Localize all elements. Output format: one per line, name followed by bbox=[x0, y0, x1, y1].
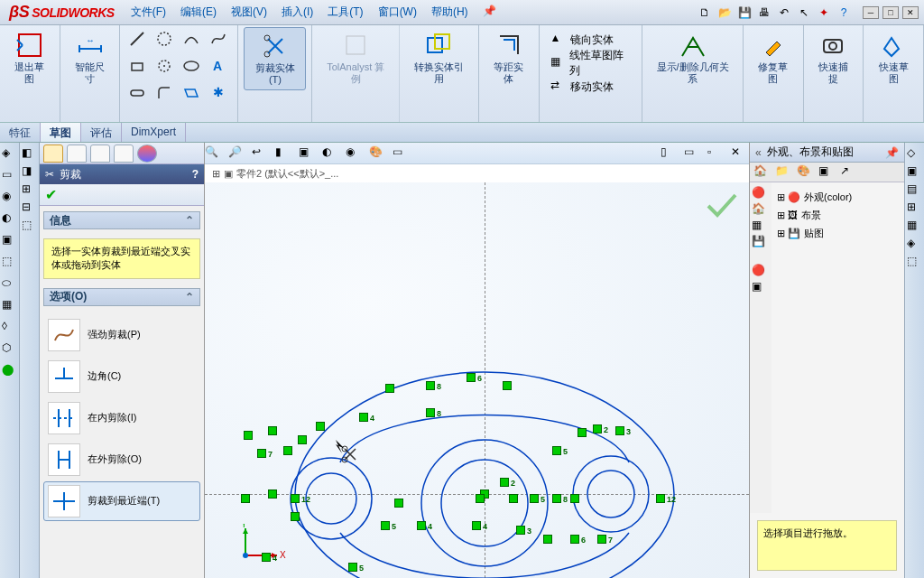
tree-scene[interactable]: ⊞ 🖼 布景 bbox=[777, 206, 899, 224]
lt2-icon[interactable]: ⊟ bbox=[22, 200, 37, 213]
sketch-handle[interactable] bbox=[298, 435, 307, 444]
sketch-handle[interactable] bbox=[543, 535, 552, 544]
option-power-trim[interactable]: 强劲剪裁(P) bbox=[43, 315, 200, 355]
lt-icon[interactable]: ⬡ bbox=[2, 341, 18, 358]
sketch-handle[interactable] bbox=[578, 428, 587, 437]
sketch-handle[interactable] bbox=[394, 499, 403, 508]
sketch-handle[interactable] bbox=[291, 512, 300, 521]
plane-tool[interactable] bbox=[180, 81, 203, 105]
rect-tool[interactable] bbox=[125, 54, 149, 78]
lt-icon[interactable]: ▭ bbox=[2, 168, 18, 184]
rt-icon[interactable]: ▦ bbox=[907, 219, 922, 231]
tab-features[interactable]: 特征 bbox=[0, 123, 41, 142]
circle-tool[interactable] bbox=[152, 27, 176, 51]
text-tool[interactable]: A bbox=[207, 54, 230, 78]
pm-tab-5[interactable] bbox=[137, 144, 157, 163]
move-entities-button[interactable]: ⇄移动实体 bbox=[547, 76, 635, 98]
ct-scene-icon[interactable]: ▭ bbox=[393, 145, 411, 162]
sketch-handle[interactable] bbox=[268, 489, 277, 499]
ct-view-orient-icon[interactable]: ▣ bbox=[299, 145, 317, 162]
menu-window[interactable]: 窗口(W) bbox=[371, 0, 424, 24]
ellipse-tool[interactable] bbox=[180, 54, 203, 78]
rp-tab-icon[interactable]: 🏠 bbox=[753, 164, 772, 181]
pm-tab-feature[interactable] bbox=[43, 144, 63, 163]
offset-entities-button[interactable]: 等距实体 bbox=[485, 27, 533, 89]
sketch-handle[interactable] bbox=[509, 494, 518, 503]
rp-side-icon[interactable]: 🏠 bbox=[752, 202, 770, 215]
rt-icon[interactable]: ▣ bbox=[907, 164, 922, 177]
sketch-handle[interactable] bbox=[291, 494, 300, 503]
lt2-icon[interactable]: ◨ bbox=[22, 164, 37, 177]
sketch-handle[interactable] bbox=[385, 384, 394, 393]
sketch-handle[interactable] bbox=[593, 424, 602, 434]
menu-file[interactable]: 文件(F) bbox=[124, 0, 173, 24]
rp-side-icon[interactable]: 🔴 bbox=[752, 264, 770, 276]
lt-icon[interactable]: ⬭ bbox=[2, 276, 18, 293]
sketch-canvas[interactable]: X Y 86824753121255844367524 bbox=[205, 182, 749, 578]
tab-sketch[interactable]: 草图 bbox=[41, 123, 81, 142]
sketch-handle[interactable] bbox=[426, 381, 435, 390]
trim-entities-button[interactable]: 剪裁实体(T) bbox=[244, 27, 306, 90]
pm-help-icon[interactable]: ? bbox=[192, 168, 199, 181]
sketch-handle[interactable] bbox=[476, 494, 485, 503]
lt2-icon[interactable]: ◧ bbox=[22, 146, 37, 159]
lt2-icon[interactable]: ⊞ bbox=[22, 182, 37, 195]
save-icon[interactable]: 💾 bbox=[736, 5, 753, 21]
sketch-handle[interactable] bbox=[359, 413, 368, 422]
sketch-handle[interactable] bbox=[241, 494, 250, 503]
sketch-handle[interactable] bbox=[530, 494, 539, 503]
pin-icon[interactable]: 📌 bbox=[885, 146, 899, 159]
menu-help[interactable]: 帮助(H) bbox=[424, 0, 476, 24]
back-icon[interactable]: « bbox=[755, 146, 762, 159]
sketch-handle[interactable] bbox=[348, 563, 357, 572]
sketch-handle[interactable] bbox=[257, 449, 266, 458]
option-trim-inside[interactable]: 在内剪除(I) bbox=[43, 398, 200, 438]
sketch-handle[interactable] bbox=[262, 553, 271, 562]
lt-icon[interactable]: ◉ bbox=[2, 190, 18, 206]
lt-icon[interactable]: ◈ bbox=[2, 146, 18, 163]
rp-side-icon[interactable]: ▣ bbox=[752, 280, 770, 293]
sketch-handle[interactable] bbox=[426, 408, 435, 417]
rp-tab-icon[interactable]: ↗ bbox=[840, 164, 858, 181]
ct-zoom-fit-icon[interactable]: 🔍 bbox=[205, 145, 223, 162]
rp-side-icon[interactable]: 💾 bbox=[752, 235, 770, 247]
option-trim-outside[interactable]: 在外剪除(O) bbox=[43, 440, 200, 480]
rp-tab-icon[interactable]: 🎨 bbox=[797, 164, 815, 181]
sketch-handle[interactable] bbox=[381, 521, 390, 530]
pm-tab-2[interactable] bbox=[67, 144, 87, 163]
sketch-handle[interactable] bbox=[283, 446, 292, 455]
ct-viewport-icon[interactable]: ▯ bbox=[661, 145, 679, 162]
tree-appearance[interactable]: ⊞ 🔴 外观(color) bbox=[777, 188, 899, 206]
sketch-handle[interactable] bbox=[516, 526, 525, 535]
sketch-handle[interactable] bbox=[570, 535, 579, 544]
repair-sketch-button[interactable]: 修复草图 bbox=[749, 27, 798, 89]
minimize-button[interactable]: ─ bbox=[863, 6, 879, 19]
options-section-header[interactable]: 选项(O)⌃ bbox=[43, 288, 200, 306]
feature-tree-breadcrumb[interactable]: ⊞ ▣ 零件2 (默认<<默认>_... bbox=[205, 164, 749, 182]
convert-entities-button[interactable]: 转换实体引用 bbox=[405, 27, 473, 89]
sketch-handle[interactable] bbox=[467, 373, 476, 382]
arc-tool[interactable] bbox=[180, 27, 203, 51]
sketch-handle[interactable] bbox=[597, 535, 606, 544]
info-section-header[interactable]: 信息⌃ bbox=[43, 211, 200, 229]
rapid-sketch-button[interactable]: 快速草图 bbox=[869, 27, 918, 89]
rp-side-icon[interactable]: 🔴 bbox=[752, 186, 770, 199]
ct-zoom-area-icon[interactable]: 🔎 bbox=[228, 145, 246, 162]
option-trim-closest[interactable]: 剪裁到最近端(T) bbox=[43, 481, 200, 521]
rebuild-icon[interactable]: ✦ bbox=[816, 5, 832, 21]
tab-dimxpert[interactable]: DimXpert bbox=[122, 123, 186, 142]
ok-checkmark-icon[interactable]: ✔ bbox=[45, 186, 57, 203]
sketch-handle[interactable] bbox=[570, 494, 579, 503]
ct-section-icon[interactable]: ▮ bbox=[275, 145, 293, 162]
lt-icon[interactable]: ◊ bbox=[2, 320, 18, 336]
pin-icon[interactable]: 📌 bbox=[476, 0, 504, 24]
spline-tool[interactable] bbox=[207, 27, 230, 51]
open-icon[interactable]: 📂 bbox=[716, 5, 733, 21]
ct-viewport-icon[interactable]: ▭ bbox=[684, 145, 702, 162]
sketch-handle[interactable] bbox=[503, 381, 512, 390]
rt-icon[interactable]: ▤ bbox=[907, 182, 922, 195]
print-icon[interactable]: 🖶 bbox=[756, 5, 772, 21]
tree-decal[interactable]: ⊞ 💾 贴图 bbox=[777, 224, 899, 242]
tab-evaluate[interactable]: 评估 bbox=[81, 123, 122, 142]
linear-pattern-button[interactable]: ▦线性草图阵列 bbox=[547, 52, 635, 74]
